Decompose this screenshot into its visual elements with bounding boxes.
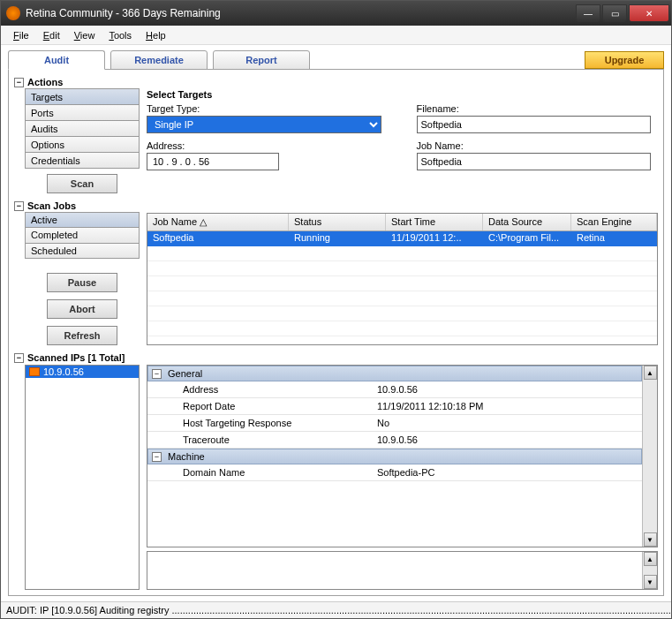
kv-row[interactable]: Address10.9.0.56 bbox=[147, 381, 642, 398]
sidebar-item-active[interactable]: Active bbox=[25, 212, 140, 228]
scroll-up-icon[interactable]: ▲ bbox=[644, 366, 657, 380]
section-scanjobs-header: − Scan Jobs bbox=[14, 200, 658, 211]
menu-help[interactable]: Help bbox=[140, 28, 171, 42]
app-icon bbox=[6, 6, 20, 20]
address-input[interactable]: 10 . 9 . 0 . 56 bbox=[147, 153, 279, 170]
menu-tools[interactable]: Tools bbox=[103, 28, 137, 42]
address-label: Address: bbox=[147, 140, 381, 151]
tab-report[interactable]: Report bbox=[213, 50, 310, 70]
kv-row[interactable]: Traceroute10.9.0.56 bbox=[147, 432, 642, 449]
status-bar: AUDIT: IP [10.9.0.56] Auditing registry … bbox=[1, 601, 671, 618]
scroll-down-icon[interactable]: ▼ bbox=[644, 532, 657, 547]
bottom-panel: ▲ ▼ bbox=[147, 551, 658, 590]
menu-edit[interactable]: Edit bbox=[38, 28, 65, 42]
tab-remediate[interactable]: Remediate bbox=[110, 50, 208, 70]
sidebar-item-scheduled[interactable]: Scheduled bbox=[25, 243, 140, 259]
target-type-label: Target Type: bbox=[147, 103, 381, 114]
window-title: Retina Community - 366 Days Remaining bbox=[26, 7, 574, 19]
sidebar-item-completed[interactable]: Completed bbox=[25, 227, 140, 243]
menu-file[interactable]: File bbox=[8, 28, 34, 42]
kv-row[interactable]: Host Targeting ResponseNo bbox=[147, 415, 642, 432]
minimize-button[interactable]: — bbox=[576, 4, 600, 22]
scroll-down-icon[interactable]: ▼ bbox=[644, 575, 657, 589]
section-actions-header: − Actions bbox=[14, 77, 658, 87]
target-type-select[interactable]: Single IP bbox=[147, 116, 381, 133]
details-panel: − General Address10.9.0.56 Report Date11… bbox=[147, 366, 642, 547]
scanjobs-table: Job Name △ Status Start Time Data Source… bbox=[147, 213, 658, 345]
kv-row[interactable]: Domain NameSoftpedia-PC bbox=[147, 464, 642, 481]
menu-view[interactable]: View bbox=[69, 28, 101, 42]
pause-button[interactable]: Pause bbox=[47, 273, 117, 292]
sidebar-item-audits[interactable]: Audits bbox=[25, 120, 140, 137]
sidebar-item-ports[interactable]: Ports bbox=[25, 104, 140, 121]
form-title: Select Targets bbox=[147, 89, 651, 100]
ip-list[interactable]: 10.9.0.56 bbox=[25, 365, 140, 590]
jobname-input[interactable] bbox=[417, 153, 652, 170]
group-general[interactable]: − General bbox=[147, 366, 642, 381]
maximize-button[interactable]: ▭ bbox=[602, 4, 627, 22]
app-window: Retina Community - 366 Days Remaining — … bbox=[0, 0, 672, 619]
scrollbar[interactable]: ▲ ▼ bbox=[642, 366, 657, 547]
col-datasource[interactable]: Data Source bbox=[483, 214, 571, 230]
close-button[interactable]: ✕ bbox=[629, 4, 669, 22]
filename-input[interactable] bbox=[417, 116, 652, 133]
sidebar-item-credentials[interactable]: Credentials bbox=[25, 152, 140, 169]
kv-row[interactable]: Report Date11/19/2011 12:10:18 PM bbox=[147, 398, 642, 415]
jobname-label: Job Name: bbox=[417, 140, 652, 151]
group-machine[interactable]: − Machine bbox=[147, 449, 642, 464]
scroll-up-icon[interactable]: ▲ bbox=[644, 552, 657, 566]
col-jobname[interactable]: Job Name △ bbox=[147, 214, 289, 230]
collapse-icon[interactable]: − bbox=[14, 78, 24, 87]
collapse-icon[interactable]: − bbox=[14, 201, 24, 211]
table-row[interactable]: Softpedia Running 11/19/2011 12:.. C:\Pr… bbox=[147, 231, 657, 246]
titlebar[interactable]: Retina Community - 366 Days Remaining — … bbox=[1, 1, 671, 26]
scrollbar[interactable]: ▲ ▼ bbox=[642, 552, 657, 589]
ip-status-icon bbox=[29, 367, 40, 376]
col-scanengine[interactable]: Scan Engine bbox=[571, 214, 657, 230]
col-starttime[interactable]: Start Time bbox=[386, 214, 483, 230]
collapse-icon[interactable]: − bbox=[14, 353, 24, 363]
abort-button[interactable]: Abort bbox=[47, 299, 117, 319]
sidebar-item-options[interactable]: Options bbox=[25, 136, 140, 153]
upgrade-button[interactable]: Upgrade bbox=[585, 51, 664, 69]
menubar: File Edit View Tools Help bbox=[1, 26, 671, 45]
refresh-button[interactable]: Refresh bbox=[47, 326, 117, 345]
scan-button[interactable]: Scan bbox=[47, 174, 117, 193]
ip-item[interactable]: 10.9.0.56 bbox=[26, 366, 139, 378]
section-scannedips-header: − Scanned IPs [1 Total] bbox=[14, 352, 658, 363]
tab-audit[interactable]: Audit bbox=[8, 50, 105, 70]
col-status[interactable]: Status bbox=[289, 214, 386, 230]
filename-label: Filename: bbox=[417, 103, 652, 114]
sidebar-item-targets[interactable]: Targets bbox=[25, 88, 140, 105]
